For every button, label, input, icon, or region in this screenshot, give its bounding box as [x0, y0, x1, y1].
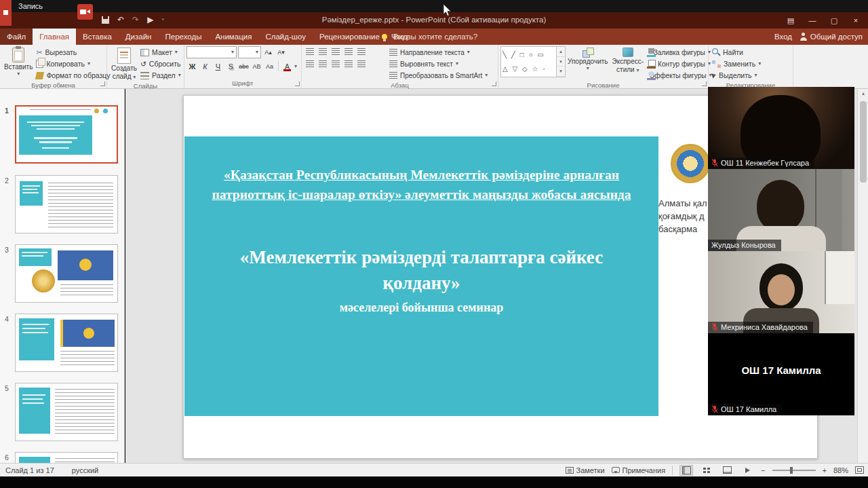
- bold-button[interactable]: Ж: [186, 60, 198, 72]
- tab-home[interactable]: Главная: [33, 29, 76, 45]
- editor-vertical-scrollbar[interactable]: ▴: [857, 89, 868, 463]
- shapes-gallery[interactable]: ╲ ╱ □ ○ ▭ △ ▽ ◇ ☆ ◦: [500, 46, 557, 77]
- tab-file[interactable]: Файл: [0, 29, 33, 45]
- dialog-launcher-icon[interactable]: [295, 81, 300, 86]
- slide-subtitle-text[interactable]: мәселелері бойынша семинар: [232, 301, 611, 315]
- shape-fill-button[interactable]: Заливка фигуры ▾: [646, 47, 712, 58]
- justify-button[interactable]: [342, 58, 354, 69]
- sign-in-button[interactable]: Вход: [774, 29, 792, 45]
- participant-tile-1[interactable]: ОШ 11 Кенжебек Гүлсара: [708, 87, 854, 169]
- font-color-button[interactable]: А: [281, 60, 293, 72]
- tab-insert[interactable]: Вставка: [76, 29, 119, 45]
- font-name-combobox[interactable]: ▾: [186, 46, 237, 58]
- slideshow-view-button[interactable]: [741, 465, 754, 476]
- thumbnail-preview[interactable]: [15, 383, 118, 441]
- text-direction-button[interactable]: Направление текста ▾: [388, 47, 495, 58]
- select-button[interactable]: Выделить ▾: [711, 70, 762, 81]
- thumbnail-preview[interactable]: [15, 244, 118, 303]
- dialog-launcher-icon[interactable]: [100, 81, 105, 86]
- share-button[interactable]: Общий доступ: [800, 29, 863, 45]
- shape-effects-button[interactable]: Эффекты фигуры ▾: [646, 70, 712, 81]
- dialog-launcher-icon[interactable]: [702, 81, 707, 86]
- find-button[interactable]: Найти: [711, 47, 762, 58]
- align-right-button[interactable]: [330, 58, 341, 69]
- tab-transitions[interactable]: Переходы: [158, 29, 208, 45]
- comments-toggle-button[interactable]: Примечания: [612, 466, 666, 474]
- zoom-in-button[interactable]: +: [823, 466, 827, 474]
- replace-button[interactable]: Заменить ▾: [711, 58, 762, 69]
- notes-toggle-button[interactable]: Заметки: [566, 466, 605, 474]
- align-text-button[interactable]: Выровнять текст ▾: [388, 58, 495, 69]
- close-button[interactable]: ×: [845, 12, 867, 29]
- character-spacing-button[interactable]: АВ: [251, 60, 262, 72]
- thumbnail-preview[interactable]: [15, 452, 118, 463]
- tell-me-search[interactable]: Что вы хотите сделать?: [382, 29, 477, 45]
- zoom-out-button[interactable]: −: [761, 466, 765, 474]
- slide-kicker-text[interactable]: «Қазақстан Республикасының Мемлекеттік р…: [205, 165, 638, 205]
- convert-to-smartart-button[interactable]: Преобразовать в SmartArt ▾: [388, 70, 495, 81]
- line-spacing-button[interactable]: [355, 46, 367, 56]
- gallery-more-icon[interactable]: ▾: [557, 67, 565, 77]
- quick-styles-button[interactable]: Экспресс- стили ▾: [610, 46, 646, 75]
- font-size-combobox[interactable]: ▾: [238, 46, 261, 58]
- numbering-button[interactable]: [317, 46, 328, 56]
- change-case-button[interactable]: Аа: [264, 60, 275, 72]
- scroll-down-icon[interactable]: ▾: [557, 57, 565, 67]
- zoom-slider[interactable]: [772, 470, 816, 471]
- arrange-button[interactable]: Упорядочить ▾: [566, 46, 610, 73]
- reset-button[interactable]: ↺ Сбросить: [139, 58, 182, 69]
- decrease-indent-button[interactable]: [330, 46, 341, 56]
- thumbnail-preview[interactable]: [15, 175, 118, 233]
- slide-thumbnails-panel[interactable]: 1 2: [0, 89, 125, 463]
- shape-outline-button[interactable]: Контур фигуры ▾: [646, 58, 712, 69]
- decrease-font-button[interactable]: А▾: [275, 47, 287, 58]
- slide-teal-block[interactable]: «Қазақстан Республикасының Мемлекеттік р…: [184, 136, 658, 416]
- dialog-launcher-icon[interactable]: [492, 81, 496, 86]
- paste-button[interactable]: Вставить ▾: [2, 46, 35, 78]
- slide-title-text[interactable]: «Мемлекеттік рәміздерді талаптарға сәйке…: [232, 245, 611, 297]
- align-left-button[interactable]: [304, 58, 315, 69]
- format-painter-button[interactable]: Формат по образцу: [35, 70, 111, 81]
- fit-slide-to-window-button[interactable]: [855, 466, 864, 474]
- participant-tile-4-video-off[interactable]: ОШ 17 Камилла ОШ 17 Камилла: [708, 333, 854, 415]
- scroll-up-icon[interactable]: ▴: [557, 47, 565, 57]
- reading-view-button[interactable]: [720, 465, 734, 476]
- slide-sorter-view-button[interactable]: [700, 465, 713, 476]
- minimize-button[interactable]: —: [802, 12, 823, 29]
- tab-slideshow[interactable]: Слайд-шоу: [258, 29, 313, 45]
- strikethrough-button[interactable]: abc: [238, 60, 250, 72]
- zoom-slider-thumb[interactable]: [790, 467, 793, 474]
- layout-button[interactable]: Макет ▾: [139, 47, 182, 58]
- ribbon-display-options-button[interactable]: ▤: [780, 12, 802, 29]
- thumbnail-preview[interactable]: [15, 105, 118, 164]
- tab-review[interactable]: Рецензирование: [313, 29, 387, 45]
- columns-button[interactable]: [355, 58, 367, 69]
- increase-font-button[interactable]: А▴: [262, 47, 274, 58]
- shapes-gallery-scrollbar[interactable]: ▴ ▾ ▾: [557, 46, 566, 77]
- copy-button[interactable]: Копировать ▾: [35, 58, 111, 69]
- underline-button[interactable]: Ч: [212, 60, 224, 72]
- camera-record-button[interactable]: [77, 4, 93, 20]
- text-shadow-button[interactable]: S: [225, 60, 237, 72]
- increase-indent-button[interactable]: [342, 46, 354, 56]
- italic-button[interactable]: К: [199, 60, 211, 72]
- align-center-button[interactable]: [317, 58, 328, 69]
- new-slide-button[interactable]: Создать слайд ▾: [109, 46, 139, 81]
- section-button[interactable]: Раздел ▾: [139, 70, 182, 81]
- cut-button[interactable]: ✂ Вырезать: [35, 47, 111, 58]
- slide-counter[interactable]: Слайд 1 из 17: [5, 466, 54, 474]
- participant-tile-2-active-speaker[interactable]: Жулдыз Конырова: [708, 169, 854, 251]
- participant-tile-3[interactable]: Мехриниса Хавайдарова: [708, 251, 854, 333]
- scroll-up-icon[interactable]: ▴: [858, 90, 868, 96]
- thumbnail-preview[interactable]: [15, 314, 118, 372]
- tab-animations[interactable]: Анимация: [208, 29, 258, 45]
- maximize-button[interactable]: ▢: [823, 12, 845, 29]
- stop-recording-button[interactable]: [0, 0, 12, 26]
- bullets-button[interactable]: [304, 46, 315, 56]
- language-indicator[interactable]: русский: [72, 466, 98, 474]
- tab-design[interactable]: Дизайн: [119, 29, 159, 45]
- normal-view-button[interactable]: [679, 465, 693, 476]
- zoom-level[interactable]: 88%: [833, 466, 848, 474]
- slide-emblem-logo[interactable]: [671, 144, 710, 183]
- scrollbar-thumb[interactable]: [860, 101, 867, 183]
